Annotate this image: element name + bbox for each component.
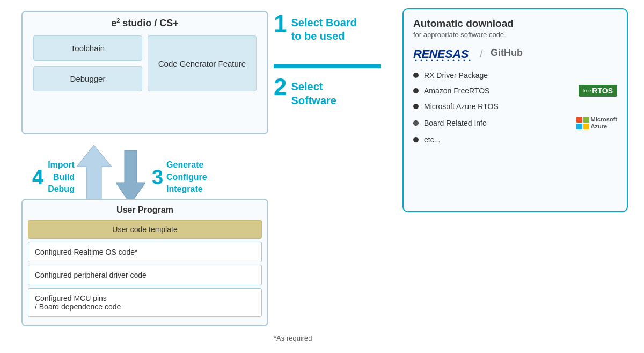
peripheral-driver-row: Configured peripheral driver code [28,265,262,285]
step2-label-block: SelectSoftware [291,75,336,107]
step2-number: 2 [274,75,287,99]
down-arrow-icon [116,150,145,204]
svg-point-5 [426,60,428,61]
freertos-label: Amazon FreeRTOS [424,87,489,95]
auto-download-box: Automatic download for appropriate softw… [402,8,628,212]
toolchain-cell: Toolchain [33,35,142,61]
rx-driver-label: RX Driver Package [424,71,488,80]
svg-text:RENESAS: RENESAS [413,47,469,61]
step3-label: 3 [152,167,166,188]
github-logo: GitHub [491,45,533,62]
software-list: RX Driver Package Amazon FreeRTOS free R… [413,71,617,144]
renesas-logo-svg: RENESAS [413,46,472,61]
as-required-note: *As required [274,334,312,342]
ide-title-rest: studio / CS+ [120,18,179,28]
user-code-template: User code template [28,220,262,239]
svg-point-8 [442,60,444,61]
user-program-box: User Program User code template Configur… [21,199,268,326]
svg-point-13 [469,60,471,61]
list-item-etc: etc... [413,135,617,144]
ms-sq-yellow [583,124,589,129]
step1-divider [274,64,381,68]
realtime-os-row: Configured Realtime OS code* [28,242,262,262]
svg-point-12 [464,60,465,61]
step1-number: 1 [274,12,287,35]
dot-icon [413,137,419,142]
rtos-badge: free RTOS [579,85,617,97]
mcu-pins-row: Configured MCU pins/ Board dependence co… [28,288,262,317]
step4-block: 4 [32,167,43,188]
user-program-title: User Program [28,205,262,215]
ms-sq-red [576,117,582,123]
step2-container: 2 SelectSoftware [274,75,336,107]
renesas-logo: RENESAS [413,46,472,61]
auto-title: Automatic download [413,18,617,30]
list-item-board-info: Board Related Info MicrosoftAzure [413,116,617,130]
dot-icon [413,104,419,109]
svg-point-9 [448,60,449,61]
step1-container: 1 Select Boardto be used [274,12,357,43]
ms-squares-icon [576,117,589,129]
list-item-azure-rtos: Microsoft Azure RTOS [413,102,617,111]
dot-icon [413,88,419,93]
github-logo-svg: GitHub [491,45,533,60]
step4-number: 4 [32,166,43,189]
auto-subtitle: for appropriate software code [413,31,617,39]
ms-text: MicrosoftAzure [591,116,618,130]
step3-number: 3 [152,166,163,189]
azure-rtos-label: Microsoft Azure RTOS [424,102,499,111]
ms-sq-green [583,117,589,123]
svg-point-3 [415,60,417,61]
ms-azure-badge: MicrosoftAzure [576,116,618,130]
list-item-freertos: Amazon FreeRTOS free RTOS [413,85,617,97]
ide-grid: Toolchain Code Generator Feature Debugge… [28,35,262,91]
ms-sq-blue [576,124,582,129]
step2-label: SelectSoftware [291,80,336,107]
code-generator-cell: Code Generator Feature [148,35,257,91]
list-item-rx: RX Driver Package [413,71,617,80]
step1-label: Select Boardto be used [291,16,356,43]
debugger-cell: Debugger [33,66,142,91]
board-info-label: Board Related Info [424,119,487,127]
step4-label: ImportBuildDebug [48,159,75,195]
svg-text:GitHub: GitHub [491,47,523,58]
svg-marker-1 [116,150,145,204]
dot-icon [413,73,419,78]
dot-icon [413,120,419,126]
ide-box: e2 studio / CS+ Toolchain Code Generator… [21,11,268,134]
svg-point-7 [437,60,438,61]
etc-label: etc... [424,135,440,144]
ide-title: e2 studio / CS+ [28,17,262,29]
step1-label-block: Select Boardto be used [291,12,356,43]
ide-title-text: e [111,18,116,28]
logo-slash: / [480,48,483,60]
svg-point-10 [453,60,455,61]
svg-point-4 [421,60,422,61]
svg-point-6 [431,60,433,61]
svg-point-11 [458,60,460,61]
step3-text: GenerateConfigureIntegrate [166,159,207,195]
logos-row: RENESAS / GitHub [413,45,617,62]
